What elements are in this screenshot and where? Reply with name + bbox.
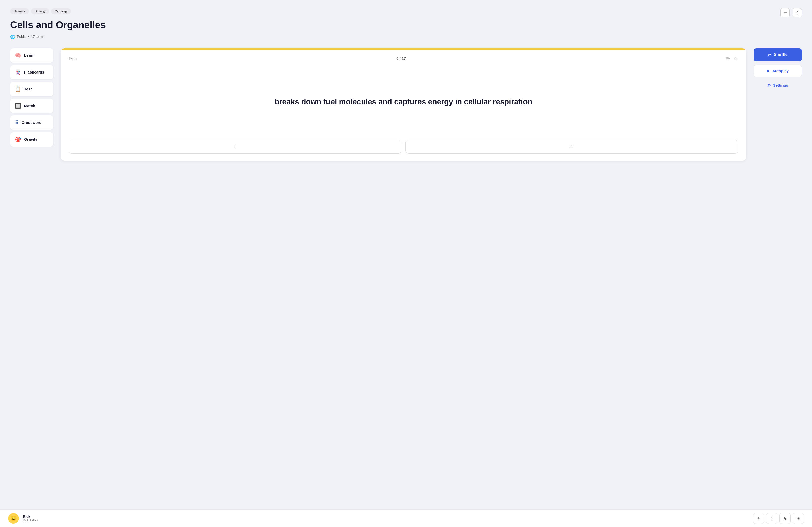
next-card-button[interactable]: › [406,140,738,154]
flashcard-header: Term 6 / 17 ✏ ☆ [60,50,746,66]
page-title: Cells and Organelles [10,19,802,31]
flashcard-content: breaks down fuel molecules and captures … [275,96,532,107]
sidebar-item-crossword[interactable]: ⠿ Crossword [10,115,53,130]
grid-button[interactable]: ⊞ [793,513,804,524]
autoplay-button[interactable]: ▶ Autoplay [754,65,802,77]
flashcards-icon: 🃏 [15,69,21,75]
sidebar-label-crossword: Crossword [21,120,41,125]
match-icon: 🔲 [15,103,21,109]
term-label: Term [69,56,76,60]
sidebar-label-match: Match [24,103,35,108]
user-name: Rick [23,514,749,518]
breadcrumb-cytology[interactable]: Cytology [51,8,71,14]
crossword-icon: ⠿ [15,119,18,126]
prev-card-button[interactable]: ‹ [69,140,402,154]
sidebar-label-gravity: Gravity [24,137,38,141]
breadcrumb-biology[interactable]: Biology [31,8,49,14]
share-button[interactable]: ⤴ [766,513,778,524]
bottom-actions: + ⤴ 🖨 ⊞ [753,513,804,524]
test-icon: 📋 [15,86,21,92]
avatar: 😉 [8,513,19,524]
sidebar-item-flashcards[interactable]: 🃏 Flashcards [10,65,53,79]
avatar-emoji: 😉 [11,515,17,522]
shuffle-icon: ⇌ [768,53,771,57]
flashcard-header-icons: ✏ ☆ [726,55,738,61]
sidebar: 🧠 Learn 🃏 Flashcards 📋 Test 🔲 Match ⠿ Cr… [10,48,53,146]
settings-button[interactable]: ⚙ Settings [754,81,802,90]
main-layout: 🧠 Learn 🃏 Flashcards 📋 Test 🔲 Match ⠿ Cr… [10,48,802,161]
settings-label: Settings [773,83,788,87]
sidebar-item-gravity[interactable]: 🎯 Gravity [10,132,53,146]
bottom-bar: 😉 Rick Rick Astley + ⤴ 🖨 ⊞ [0,510,812,527]
user-handle: Rick Astley [23,518,749,522]
flashcard-nav: ‹ › [60,140,746,154]
flashcard-counter: 6 / 17 [396,56,406,60]
sidebar-label-test: Test [24,87,32,91]
breadcrumbs: Science Biology Cytology [10,8,802,14]
gravity-icon: 🎯 [15,136,21,142]
learn-icon: 🧠 [15,53,21,58]
shuffle-label: Shuffle [773,53,787,57]
right-panel: ⇌ Shuffle ▶ Autoplay ⚙ Settings [754,48,802,90]
add-button[interactable]: + [753,513,764,524]
autoplay-icon: ▶ [767,69,770,73]
user-info: Rick Rick Astley [23,514,749,522]
flashcard-container: Term 6 / 17 ✏ ☆ breaks down fuel molecul… [60,48,746,161]
sidebar-item-learn[interactable]: 🧠 Learn [10,48,53,62]
sidebar-item-test[interactable]: 📋 Test [10,82,53,96]
settings-icon: ⚙ [767,83,771,88]
top-right-actions: ✏ ⋮ [781,8,802,17]
sidebar-label-flashcards: Flashcards [24,70,44,74]
visibility-label: Public [17,34,26,39]
term-count: 17 terms [31,34,44,39]
flashcard-body[interactable]: breaks down fuel molecules and captures … [60,66,746,137]
edit-button[interactable]: ✏ [781,8,789,17]
print-button[interactable]: 🖨 [780,513,791,524]
sidebar-label-learn: Learn [24,53,34,57]
sidebar-item-match[interactable]: 🔲 Match [10,99,53,113]
shuffle-button[interactable]: ⇌ Shuffle [754,48,802,61]
more-options-button[interactable]: ⋮ [793,8,802,17]
subtitle: 🌐 Public • 17 terms [10,34,802,39]
autoplay-label: Autoplay [772,69,788,73]
breadcrumb-science[interactable]: Science [10,8,29,14]
globe-icon: 🌐 [10,34,15,39]
flashcard-star-button[interactable]: ☆ [734,55,738,61]
flashcard-edit-button[interactable]: ✏ [726,55,730,61]
